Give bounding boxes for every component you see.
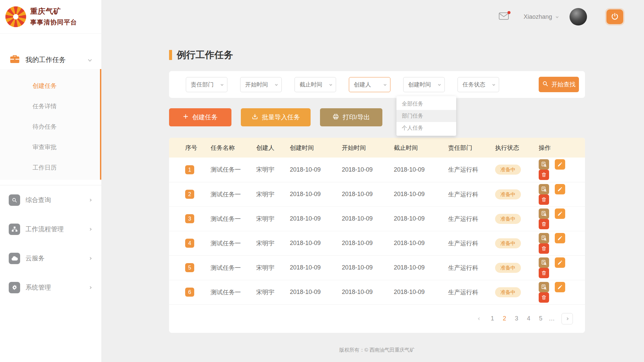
cell-dept: 生产运行科 [444, 255, 491, 280]
view-button[interactable] [539, 233, 549, 243]
company-logo [5, 6, 26, 27]
edit-button[interactable] [555, 257, 565, 268]
table-row: 2 测试任务一 宋明宇 2018-10-09 2018-10-09 2018-1… [169, 182, 585, 206]
tasks-table: 序号 任务名称 创建人 创建时间 开始时间 截止时间 责任部门 执行状态 操作 [169, 138, 585, 305]
row-number-badge: 2 [185, 190, 194, 199]
bulk-import-label: 批量导入任务 [262, 113, 300, 122]
cell-actions [535, 206, 585, 231]
caret-down-icon [438, 83, 441, 86]
sidebar-item-comprehensive-query[interactable]: 综合查询 [0, 185, 101, 215]
delete-button[interactable] [539, 219, 549, 229]
edit-button[interactable] [555, 184, 565, 194]
caret-down-icon [492, 83, 495, 86]
pagination-prev-button[interactable] [474, 314, 484, 324]
sidebar-submenu: 创建任务 任务详情 待办任务 审查审批 工作日历 [0, 69, 101, 180]
cell-status: 准备中 [491, 206, 535, 231]
view-button[interactable] [539, 257, 549, 268]
select-task-status[interactable]: 任务状态 [458, 77, 499, 92]
sidebar-item-workflow-management[interactable]: 工作流程管理 [0, 215, 101, 244]
mail-button[interactable] [499, 12, 509, 21]
sitemap-icon [9, 224, 20, 235]
select-label: 创建时间 [408, 81, 431, 88]
cloud-icon [9, 253, 20, 264]
dropdown-option-all-tasks[interactable]: 全部任务 [396, 98, 456, 110]
sidebar-item-cloud-services[interactable]: 云服务 [0, 244, 101, 273]
cell-start: 2018-10-09 [338, 206, 390, 231]
select-create-time[interactable]: 创建时间 [403, 77, 445, 92]
dropdown-option-personal-tasks[interactable]: 个人任务 [396, 122, 456, 134]
view-button[interactable] [539, 184, 549, 194]
edit-button[interactable] [555, 159, 565, 170]
sidebar-item-create-task[interactable]: 创建任务 [0, 76, 100, 96]
cell-index: 3 [169, 206, 207, 231]
cell-index: 2 [169, 182, 207, 206]
pagination-next-button[interactable] [561, 313, 573, 324]
page-number[interactable]: 4 [525, 315, 533, 322]
cell-creator: 宋明宇 [252, 255, 286, 280]
power-icon [611, 12, 619, 21]
select-deadline[interactable]: 截止时间 [294, 77, 336, 92]
printer-icon [332, 113, 339, 122]
table-row: 6 测试任务一 宋明宇 2018-10-09 2018-10-09 2018-1… [169, 280, 585, 304]
select-responsible-dept[interactable]: 责任部门 [186, 77, 227, 92]
select-creator[interactable]: 创建人 [349, 77, 390, 92]
row-number-badge: 3 [185, 214, 194, 223]
sidebar-item-my-tasks[interactable]: 我的工作任务 [0, 50, 101, 69]
chevron-right-icon [89, 257, 92, 259]
delete-button[interactable] [539, 194, 549, 205]
table-row: 3 测试任务一 宋明宇 2018-10-09 2018-10-09 2018-1… [169, 206, 585, 231]
chevron-down-icon [88, 58, 92, 61]
sidebar-item-task-detail[interactable]: 任务详情 [0, 96, 100, 117]
view-button[interactable] [539, 208, 549, 219]
edit-button[interactable] [555, 282, 565, 292]
page-number-active[interactable]: 2 [500, 315, 508, 322]
edit-button[interactable] [555, 233, 565, 243]
page-number[interactable]: 3 [513, 315, 521, 322]
page-number[interactable]: 5 [537, 315, 545, 322]
header-created: 创建时间 [286, 138, 338, 158]
cell-start: 2018-10-09 [338, 231, 390, 255]
cell-actions [535, 182, 585, 206]
create-task-button[interactable]: 创建任务 [169, 108, 231, 126]
print-export-label: 打印/导出 [343, 113, 370, 122]
edit-button[interactable] [555, 208, 565, 219]
delete-button[interactable] [539, 268, 549, 278]
caret-down-icon [275, 83, 278, 86]
table-row: 4 测试任务一 宋明宇 2018-10-09 2018-10-09 2018-1… [169, 231, 585, 255]
footer-copyright: 版权所有：© 西南油气田重庆气矿 [169, 347, 585, 353]
delete-button[interactable] [539, 243, 549, 254]
print-export-button[interactable]: 打印/导出 [320, 108, 382, 126]
cell-task-name: 测试任务一 [207, 280, 252, 304]
avatar[interactable] [570, 8, 587, 25]
cell-created: 2018-10-09 [286, 255, 338, 280]
table-row: 5 测试任务一 宋明宇 2018-10-09 2018-10-09 2018-1… [169, 255, 585, 280]
cell-deadline: 2018-10-09 [390, 280, 444, 304]
cell-creator: 宋明宇 [252, 231, 286, 255]
cell-deadline: 2018-10-09 [390, 158, 444, 182]
page-number[interactable]: 1 [488, 315, 496, 322]
select-start-time[interactable]: 开始时间 [240, 77, 282, 92]
cell-status: 准备中 [491, 182, 535, 206]
dropdown-option-dept-tasks[interactable]: 部门任务 [396, 110, 456, 122]
header-actions: 操作 [535, 138, 585, 158]
select-label: 创建人 [354, 81, 371, 88]
sidebar-item-review-approval[interactable]: 审查审批 [0, 137, 100, 158]
sidebar-item-todo-tasks[interactable]: 待办任务 [0, 117, 100, 137]
bulk-import-button[interactable]: 批量导入任务 [241, 108, 311, 126]
logout-button[interactable] [606, 9, 623, 24]
cell-actions [535, 280, 585, 304]
sidebar-item-label: 综合查询 [25, 196, 89, 204]
search-button[interactable]: 开始查找 [539, 77, 579, 92]
sidebar-item-system-management[interactable]: 系统管理 [0, 273, 101, 302]
cell-dept: 生产运行科 [444, 280, 491, 304]
cell-created: 2018-10-09 [286, 158, 338, 182]
delete-button[interactable] [539, 170, 549, 180]
sidebar-item-work-calendar[interactable]: 工作日历 [0, 158, 100, 178]
sidebar-item-label: 我的工作任务 [25, 55, 89, 64]
user-menu[interactable]: Xiaozhang [524, 13, 558, 20]
view-button[interactable] [539, 282, 549, 292]
cell-dept: 生产运行科 [444, 182, 491, 206]
view-button[interactable] [539, 159, 549, 170]
delete-button[interactable] [539, 292, 549, 303]
cell-creator: 宋明宇 [252, 206, 286, 231]
